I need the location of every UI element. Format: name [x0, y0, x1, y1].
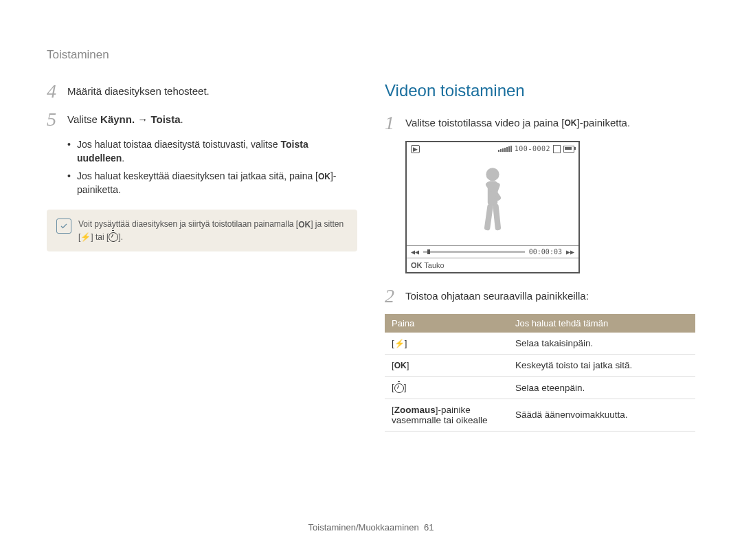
rewind-icon: ◀◀	[411, 248, 419, 256]
battery-icon	[563, 146, 574, 153]
video-hint-bar: OK Tauko	[407, 258, 578, 272]
content-columns: 4 Määritä diaesityksen tehosteet. 5 Vali…	[47, 81, 695, 522]
table-header: Jos haluat tehdä tämän	[508, 314, 695, 333]
svg-rect-5	[493, 203, 501, 230]
play-mode-icon: ▶	[411, 145, 420, 153]
svg-rect-4	[484, 203, 493, 230]
bullet-item: Jos haluat keskeyttää diaesityksen tai j…	[67, 169, 357, 197]
file-counter: 100-0002	[515, 145, 550, 153]
left-column: 4 Määritä diaesityksen tehosteet. 5 Vali…	[47, 81, 357, 522]
video-preview: ▶ 100-0002	[405, 141, 580, 273]
manual-page: Toistaminen 4 Määritä diaesityksen tehos…	[0, 0, 742, 560]
step-2: 2 Toistoa ohjataan seuraavilla painikkei…	[385, 286, 695, 307]
flash-icon: ⚡	[80, 231, 91, 243]
timer-icon	[109, 232, 118, 242]
step-text: Valitse Käynn. → Toista.	[67, 109, 357, 127]
step-5: 5 Valitse Käynn. → Toista.	[47, 109, 357, 131]
forward-icon: ▶▶	[566, 248, 574, 256]
video-frame	[407, 156, 578, 245]
table-row: [OK] Keskeytä toisto tai jatka sitä.	[385, 355, 695, 377]
ok-icon: OK	[394, 361, 407, 370]
step-text: Toistoa ohjataan seuraavilla painikkeill…	[405, 286, 695, 304]
step-text: Määritä diaesityksen tehosteet.	[67, 81, 357, 99]
table-row: [⚡] Selaa takaisinpäin.	[385, 333, 695, 355]
table-row: [Zoomaus]-painike vasemmalle tai oikeall…	[385, 399, 695, 431]
video-status-bar: ▶ 100-0002	[407, 142, 578, 156]
note-box: Voit pysäyttää diaesityksen ja siirtyä t…	[47, 210, 357, 252]
pause-label: Tauko	[424, 261, 444, 269]
controls-table: Paina Jos haluat tehdä tämän [⚡] Selaa t…	[385, 314, 695, 432]
ok-icon: OK	[298, 219, 311, 231]
ok-icon: OK	[318, 171, 330, 183]
video-progress-bar: ◀◀ 00:00:03 ▶▶	[407, 245, 578, 258]
card-icon	[553, 145, 561, 153]
breadcrumb: Toistaminen	[47, 48, 695, 62]
step-number: 5	[47, 109, 67, 131]
note-text: Voit pysäyttää diaesityksen ja siirtyä t…	[78, 218, 348, 244]
step-number: 2	[385, 286, 405, 307]
bullet-item: Jos haluat toistaa diaesitystä toistuvas…	[67, 137, 357, 166]
step-text: Valitse toistotilassa video ja paina [OK…	[405, 113, 695, 131]
right-column: Videon toistaminen 1 Valitse toistotilas…	[385, 81, 695, 522]
step-1: 1 Valitse toistotilassa video ja paina […	[385, 113, 695, 134]
signal-icon	[498, 146, 512, 152]
flash-icon: ⚡	[394, 339, 405, 348]
svg-point-0	[486, 168, 499, 181]
step-4: 4 Määritä diaesityksen tehosteet.	[47, 81, 357, 102]
time-display: 00:00:03	[529, 248, 562, 256]
table-row: [] Selaa eteenpäin.	[385, 377, 695, 399]
step-number: 4	[47, 81, 67, 102]
page-footer: Toistaminen/Muokkaaminen 61	[47, 522, 695, 533]
ok-icon: OK	[565, 117, 577, 129]
section-heading: Videon toistaminen	[385, 81, 695, 100]
person-silhouette-icon	[465, 163, 520, 245]
table-header: Paina	[385, 314, 508, 333]
ok-icon: OK	[411, 261, 423, 269]
step-5-bullets: Jos haluat toistaa diaesitystä toistuvas…	[67, 137, 357, 197]
timer-icon	[394, 383, 404, 393]
progress-track	[423, 251, 525, 253]
note-icon	[56, 219, 71, 234]
step-number: 1	[385, 113, 405, 134]
